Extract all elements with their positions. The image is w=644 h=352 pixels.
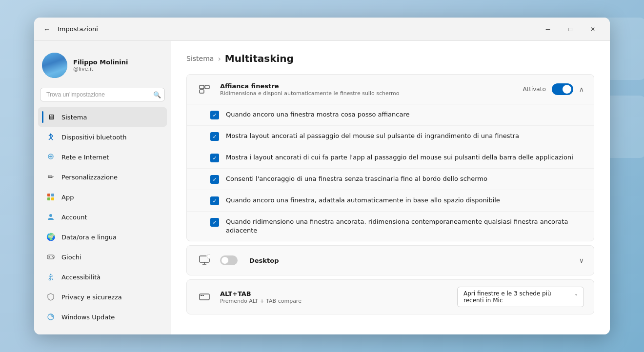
windowsupdate-icon: [46, 312, 56, 322]
alttab-text: ALT+TAB Premendo ALT + TAB compare: [220, 290, 449, 304]
alttab-dropdown[interactable]: Apri finestre e le 3 schede più recenti …: [457, 287, 584, 307]
affianca-controls: Attivato ∧: [523, 83, 584, 95]
search-input[interactable]: [40, 88, 165, 101]
desktop-card: Desktop ∨: [186, 245, 594, 275]
sidebar-item-games-label: Giochi: [61, 254, 81, 261]
svg-point-8: [49, 214, 52, 217]
sidebar-item-sistema[interactable]: 🖥 Sistema: [38, 107, 167, 127]
avatar: [42, 53, 67, 78]
sistema-icon: 🖥: [46, 112, 56, 122]
search-icon: 🔍: [153, 91, 161, 98]
sidebar-item-network-label: Rete e Internet: [61, 154, 109, 161]
content-area: Filippo Molinini @live.it 🔍 🖥 Sistema: [34, 41, 610, 334]
checkbox-label-3: Mostra i layout ancorati di cui fa parte…: [226, 153, 573, 162]
maximize-button[interactable]: □: [559, 21, 582, 37]
back-button[interactable]: ←: [40, 22, 54, 36]
user-info: Filippo Molinini @live.it: [73, 59, 128, 72]
sidebar-nav: 🖥 Sistema Dispositivi bluetooth: [34, 107, 171, 327]
sidebar-item-games[interactable]: Giochi: [38, 247, 167, 267]
sidebar-item-app[interactable]: App: [38, 187, 167, 207]
sidebar-item-windowsupdate[interactable]: Windows Update: [38, 307, 167, 327]
affianca-finestre-card: Affianca finestre Ridimensiona e disponi…: [186, 74, 594, 241]
desktop-icon: [197, 253, 212, 268]
sidebar-item-bluetooth[interactable]: Dispositivi bluetooth: [38, 127, 167, 147]
affianca-finestre-header[interactable]: Affianca finestre Ridimensiona e disponi…: [187, 75, 594, 104]
window-title: Impostazioni: [58, 25, 537, 33]
svg-rect-6: [47, 197, 50, 200]
checkbox-2[interactable]: [210, 132, 219, 141]
svg-point-12: [52, 256, 53, 257]
titlebar: ← Impostazioni ─ □ ✕: [34, 18, 610, 41]
sidebar-item-network[interactable]: Rete e Internet: [38, 147, 167, 167]
user-profile: Filippo Molinini @live.it: [34, 47, 171, 86]
svg-point-14: [50, 274, 52, 275]
sidebar-item-account-label: Account: [61, 214, 87, 221]
desktop-toggle-off[interactable]: [220, 255, 238, 265]
sidebar-item-accessibility[interactable]: Accessibilità: [38, 267, 167, 287]
breadcrumb-parent: Sistema: [186, 55, 214, 62]
window-controls: ─ □ ✕: [537, 21, 604, 37]
checkbox-6[interactable]: [210, 218, 219, 227]
svg-rect-7: [51, 197, 54, 200]
search-box: 🔍: [40, 88, 165, 101]
user-email: @live.it: [73, 66, 128, 72]
app-icon: [46, 192, 56, 202]
svg-rect-16: [200, 85, 204, 89]
minimize-button[interactable]: ─: [537, 21, 559, 37]
checkbox-item-4: Consenti l'ancoraggio di una finestra se…: [187, 169, 594, 190]
checkbox-4[interactable]: [210, 175, 219, 184]
alttab-card: ALT+TAB Premendo ALT + TAB compare Apri …: [186, 279, 594, 314]
checkbox-item-5: Quando ancoro una finestra, adattala aut…: [187, 190, 594, 212]
checkbox-label-5: Quando ancoro una finestra, adattala aut…: [226, 196, 500, 205]
affianca-chevron[interactable]: ∧: [579, 85, 584, 93]
sidebar-item-datetime-label: Data/ora e lingua: [61, 234, 117, 241]
checkbox-5[interactable]: [210, 196, 219, 205]
svg-rect-4: [47, 194, 50, 196]
alttab-dropdown-value: Apri finestre e le 3 schede più recenti …: [463, 290, 570, 304]
network-icon: [46, 152, 56, 162]
svg-rect-5: [51, 194, 54, 196]
affianca-status: Attivato: [523, 86, 546, 93]
checkbox-item-2: Mostra layout ancorati al passaggio del …: [187, 126, 594, 147]
checkbox-label-6: Quando ridimensiono una finestra ancorat…: [226, 217, 584, 235]
alttab-desc: Premendo ALT + TAB compare: [220, 298, 449, 304]
svg-point-13: [53, 257, 54, 258]
bluetooth-icon: [46, 132, 56, 142]
checkbox-label-1: Quando ancoro una finestra mostra cosa p…: [226, 110, 409, 119]
privacy-icon: [46, 292, 56, 302]
account-icon: [46, 212, 56, 222]
close-button[interactable]: ✕: [582, 21, 604, 37]
breadcrumb-separator: ›: [218, 54, 221, 63]
datetime-icon: 🌍: [46, 232, 56, 242]
checkbox-item-1: Quando ancoro una finestra mostra cosa p…: [187, 104, 594, 126]
svg-rect-25: [201, 295, 202, 296]
sidebar-item-account[interactable]: Account: [38, 207, 167, 227]
alttab-header: ALT+TAB Premendo ALT + TAB compare Apri …: [187, 280, 594, 314]
affianca-toggle[interactable]: [552, 83, 573, 95]
affianca-text: Affianca finestre Ridimensiona e disponi…: [220, 82, 515, 97]
svg-rect-24: [200, 294, 209, 300]
sidebar-item-sistema-label: Sistema: [61, 114, 87, 121]
avatar-image: [42, 53, 67, 78]
sidebar-item-datetime[interactable]: 🌍 Data/ora e lingua: [38, 227, 167, 247]
alttab-icon: [197, 289, 212, 305]
checkbox-3[interactable]: [210, 154, 219, 162]
alttab-title: ALT+TAB: [220, 290, 449, 297]
settings-window: ← Impostazioni ─ □ ✕ Filippo Molinini @l…: [34, 18, 610, 334]
desktop-chevron[interactable]: ∨: [579, 256, 584, 264]
sidebar-item-personalizzazione[interactable]: ✏️ Personalizzazione: [38, 167, 167, 187]
sidebar-item-privacy-label: Privacy e sicurezza: [61, 293, 122, 301]
checkbox-1[interactable]: [210, 111, 219, 119]
breadcrumb: Sistema › Multitasking: [186, 53, 594, 64]
alttab-dropdown-arrow: ˅: [575, 293, 578, 300]
svg-rect-17: [205, 85, 209, 89]
svg-point-23: [207, 254, 210, 258]
desktop-header[interactable]: Desktop ∨: [187, 246, 594, 275]
sidebar-item-windowsupdate-label: Windows Update: [61, 313, 115, 321]
svg-rect-26: [202, 295, 204, 296]
sidebar-item-privacy[interactable]: Privacy e sicurezza: [38, 287, 167, 307]
games-icon: [46, 252, 56, 262]
breadcrumb-current: Multitasking: [225, 53, 294, 64]
affianca-icon: [197, 81, 212, 97]
affianca-expanded: Quando ancoro una finestra mostra cosa p…: [187, 104, 594, 241]
